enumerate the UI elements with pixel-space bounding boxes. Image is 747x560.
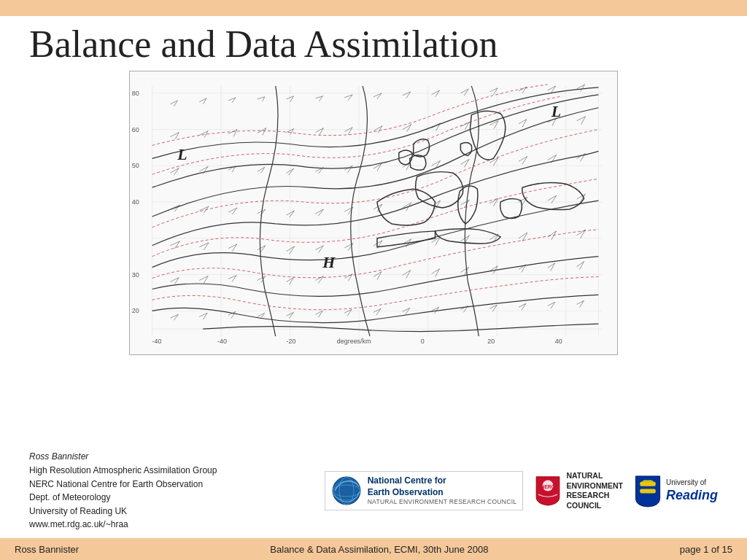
nerc-logo: NERC NATURAL ENVIRONMENT RESEARCH COUNCI… [534,471,623,511]
nerc-line1: NATURAL [566,471,623,481]
nceo-text-block: National Centre forEarth Observation NAT… [368,475,517,506]
main-content: Balance and Data Assimilation [0,16,747,538]
svg-text:50: 50 [132,163,139,170]
uor-main-text: Reading [666,487,718,504]
map-svg: -40 -40 -20 degrees/km 0 20 40 80 60 50 … [130,71,617,354]
svg-text:60: 60 [132,126,139,133]
author-info: Ross Bannister High Resolution Atmospher… [29,450,217,532]
bottom-bar: Ross Bannister Balance & Data Assimilati… [0,538,747,560]
uor-top-text: University of [666,478,718,487]
nerc-line4: COUNCIL [566,501,623,511]
logos-area: National Centre forEarth Observation NAT… [325,471,718,511]
footer-center: Balance & Data Assimilation, ECMI, 30th … [270,544,488,555]
footer-right: page 1 of 15 [680,544,732,555]
svg-text:80: 80 [132,90,139,97]
svg-text:20: 20 [487,338,495,345]
footer-left: Ross Bannister [15,544,79,555]
uor-logo: University of Reading [634,475,718,508]
top-bar [0,0,747,16]
nceo-globe-icon [331,475,362,506]
svg-text:20: 20 [132,307,139,314]
svg-text:degrees/km: degrees/km [337,338,371,345]
uor-text-block: University of Reading [666,478,718,504]
nceo-main-text: National Centre forEarth Observation [368,475,517,498]
author-name: Ross Bannister [29,450,217,464]
svg-text:0: 0 [421,338,425,345]
svg-text:-40: -40 [152,338,162,345]
svg-text:-40: -40 [217,338,227,345]
author-line4: Dept. of Meteorology [29,491,217,505]
nerc-text-block: NATURAL ENVIRONMENT RESEARCH COUNCIL [566,471,623,511]
footer-area: Ross Bannister High Resolution Atmospher… [29,447,718,534]
svg-rect-249 [640,482,656,486]
page-title: Balance and Data Assimilation [29,23,718,65]
svg-rect-0 [131,71,617,354]
author-line3: NERC National Centre for Earth Observati… [29,478,217,491]
nerc-line2: ENVIRONMENT [566,481,623,491]
nerc-line3: RESEARCH [566,491,623,501]
nceo-logo: National Centre forEarth Observation NAT… [325,471,524,510]
map-container: -40 -40 -20 degrees/km 0 20 40 80 60 50 … [29,71,718,443]
svg-text:40: 40 [555,338,562,345]
svg-text:NERC: NERC [541,484,555,489]
svg-rect-250 [640,489,656,493]
svg-text:40: 40 [132,198,139,206]
svg-text:L: L [551,103,561,120]
svg-text:L: L [177,147,187,164]
author-line5: University of Reading UK [29,505,217,518]
nerc-shield-icon: NERC [534,475,562,506]
uor-shield-icon [634,475,662,508]
author-line2: High Resolution Atmospheric Assimilation… [29,464,217,478]
author-line6: www.met.rdg.ac.uk/~hraa [29,518,217,532]
nceo-sub-text: NATURAL ENVIRONMENT RESEARCH COUNCIL [368,498,517,506]
svg-text:-20: -20 [287,338,296,345]
svg-text:H: H [322,254,336,271]
svg-text:30: 30 [132,271,139,279]
weather-map: -40 -40 -20 degrees/km 0 20 40 80 60 50 … [129,71,618,355]
